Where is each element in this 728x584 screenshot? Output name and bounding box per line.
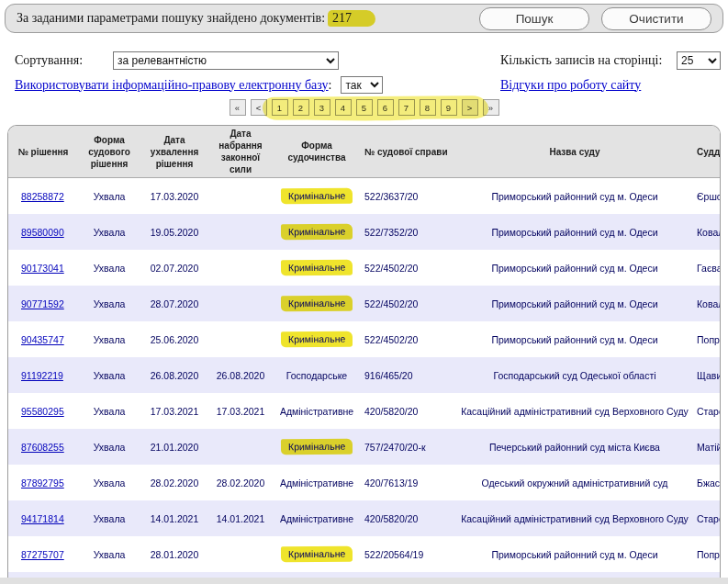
decision-link[interactable]: 90435747	[21, 334, 64, 345]
marker-highlight-jurisdiction: Кримінальне	[281, 546, 353, 563]
page-button-1[interactable]: 1	[272, 99, 288, 116]
cell-court-name: Приморський районний суд м. Одеси	[456, 178, 693, 215]
cell-case-number: 522/20564/19	[361, 536, 456, 572]
cell-case-number: 522/3637/20	[361, 178, 456, 215]
cell-judge: Стародуб О.П.	[693, 500, 720, 536]
decision-link[interactable]: 89580090	[21, 227, 64, 238]
cell-date-effective	[208, 250, 273, 286]
results-count-label: За заданими параметрами пошуку знайдено …	[17, 11, 375, 26]
cell-case-number: 420/7613/19	[361, 465, 456, 500]
cell-case-number: 916/465/20	[361, 357, 456, 393]
cell-decision-id: 90173041	[8, 250, 78, 286]
table-row: 87608255Ухвала21.01.2020Кримінальне757/2…	[8, 429, 720, 465]
cell-case-number: 522/4502/20	[361, 250, 456, 286]
table-row: 88258872Ухвала17.03.2020Кримінальне522/3…	[8, 178, 720, 215]
cell-court-name: Приморський районний суд м. Одеси	[456, 536, 693, 572]
column-header: Форма судочинства	[273, 126, 361, 178]
decision-link[interactable]: 94171814	[21, 513, 64, 524]
cell-decision-form: Ухвала	[78, 357, 140, 393]
cell-decision-id: 95580295	[8, 393, 78, 429]
decision-link[interactable]: 87275707	[21, 549, 64, 560]
page-button-6[interactable]: 6	[377, 99, 394, 116]
cell-date-effective	[208, 178, 273, 215]
cell-decision-form: Ухвала	[78, 250, 140, 286]
cell-case-number: 420/5820/20	[361, 500, 456, 536]
cell-decision-id: 87275707	[8, 536, 78, 572]
table-row: 87892795Ухвала28.02.202028.02.2020Адміні…	[8, 465, 720, 500]
cell-case-number: 522/4502/20	[361, 286, 456, 321]
page-button-<[interactable]: <	[251, 99, 267, 116]
table-row: 94171814Ухвала14.01.202114.01.2021Адміні…	[8, 500, 720, 536]
decision-link[interactable]: 87608255	[21, 442, 64, 453]
sort-select[interactable]: за релевантністю	[113, 51, 339, 70]
decision-link[interactable]: 88258872	[21, 191, 64, 202]
cell-date-effective: 26.08.2020	[208, 357, 273, 393]
cell-jurisdiction-form: Господарське	[273, 357, 361, 393]
legal-db-link[interactable]: Використовувати інформаційно-правову еле…	[15, 78, 329, 93]
cell-judge: Попревич В. М.	[693, 321, 720, 357]
search-button[interactable]: Пошук	[479, 7, 589, 30]
cell-decision-id: 90771592	[8, 286, 78, 321]
column-header: Суддя	[693, 126, 720, 178]
cell-court-name: Приморський районний суд м. Одеси	[456, 214, 693, 250]
decision-link[interactable]: 95580295	[21, 406, 64, 417]
page-button-2[interactable]: 2	[293, 99, 309, 116]
cell-judge: Бжассо Н.В.	[693, 465, 720, 500]
page-button-4[interactable]: 4	[335, 99, 352, 116]
page-button->[interactable]: >	[462, 99, 478, 116]
cell-decision-form: Ухвала	[78, 321, 140, 357]
cell-date-effective	[208, 214, 273, 250]
legal-db-row: Використовувати інформаційно-правову еле…	[7, 76, 721, 94]
page-button-8[interactable]: 8	[420, 99, 436, 116]
cell-date-effective	[208, 429, 273, 465]
cell-judge: Гаєва Л. В.	[693, 250, 720, 286]
cell-court-name: Печерський районний суд міста Києва	[456, 429, 693, 465]
page-button-5[interactable]: 5	[356, 99, 373, 116]
cell-decision-form: Ухвала	[78, 536, 140, 572]
column-header: Назва суду	[456, 126, 693, 178]
marker-highlight-jurisdiction: Кримінальне	[281, 224, 353, 241]
page-button-«[interactable]: «	[230, 99, 246, 116]
column-header: Форма судового рішення	[78, 126, 140, 178]
cell-jurisdiction-form: Кримінальне	[273, 178, 361, 215]
marker-highlight-jurisdiction: Кримінальне	[281, 331, 353, 348]
page-button-»[interactable]: »	[483, 99, 499, 116]
cell-date-adopted: 25.06.2020	[140, 321, 208, 357]
legal-db-select[interactable]: так	[341, 76, 383, 94]
cell-decision-id: 94171814	[8, 500, 78, 536]
page-button-9[interactable]: 9	[441, 99, 457, 116]
cell-date-adopted: 28.02.2020	[140, 465, 208, 500]
cell-judge: Коваленко В. М.	[693, 286, 720, 321]
cell-decision-form: Ухвала	[78, 214, 140, 250]
cell-jurisdiction-form: Кримінальне	[273, 214, 361, 250]
cell-date-effective	[208, 321, 273, 357]
cell-date-adopted: 26.08.2020	[140, 357, 208, 393]
cell-decision-id: 91192219	[8, 357, 78, 393]
cell-judge: Матійчук Г. О.	[693, 429, 720, 465]
decision-link[interactable]: 91192219	[21, 370, 63, 381]
table-row: 91192219Ухвала26.08.202026.08.2020Господ…	[8, 357, 720, 393]
clear-button[interactable]: Очистити	[601, 7, 711, 30]
decision-link[interactable]: 90173041	[21, 263, 64, 274]
cell-jurisdiction-form: Адміністративне	[273, 465, 361, 500]
decision-link[interactable]: 87892795	[21, 477, 64, 489]
cell-case-number: 522/7352/20	[361, 214, 456, 250]
table-row: 95580295Ухвала17.03.202117.03.2021Адміні…	[8, 393, 720, 429]
cell-jurisdiction-form: Кримінальне	[273, 429, 361, 465]
cell-decision-id: 90435747	[8, 321, 78, 357]
table-row: 90435747Ухвала25.06.2020Кримінальне522/4…	[8, 321, 720, 357]
cell-decision-id: 88258872	[8, 178, 78, 215]
cell-judge: Стародуб О.П.	[693, 393, 720, 429]
cell-court-name: Одеський окружний адміністративний суд	[456, 465, 693, 500]
sort-row: Сортування: за релевантністю Кількість з…	[7, 51, 721, 70]
page-button-7[interactable]: 7	[398, 99, 415, 116]
column-header: Дата ухвалення рішення	[140, 126, 208, 178]
cell-date-effective: 14.01.2021	[208, 500, 273, 536]
feedback-link[interactable]: Відгуки про роботу сайту	[500, 78, 641, 93]
column-header: № судової справи	[361, 126, 456, 178]
per-page-select[interactable]: 25	[677, 51, 721, 70]
table-row: 89580090Ухвала19.05.2020Кримінальне522/7…	[8, 214, 720, 250]
decision-link[interactable]: 90771592	[21, 298, 64, 309]
cell-decision-form: Ухвала	[78, 500, 140, 536]
page-button-3[interactable]: 3	[314, 99, 330, 116]
